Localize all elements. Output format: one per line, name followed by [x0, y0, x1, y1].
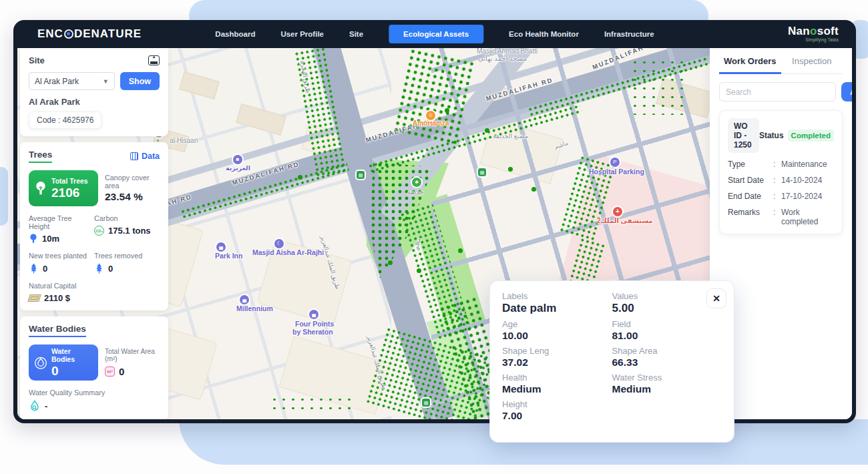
status-badge: Completed	[788, 130, 834, 142]
close-icon[interactable]: ✕	[706, 288, 726, 308]
data-link-label: Data	[142, 152, 160, 161]
transit-icon[interactable]: ▤	[422, 399, 430, 407]
field-name: Health	[502, 373, 612, 383]
add-button[interactable]: Add	[841, 82, 852, 101]
field-name: Field	[612, 319, 722, 329]
nanosoft-logo: Nanosoft Simplifying Tasks	[788, 25, 839, 43]
total-trees-card: Total Trees 2106	[29, 170, 98, 206]
poi-label: by Sheraton	[292, 328, 333, 336]
field-value: Medium	[502, 383, 612, 395]
park-tree-icon[interactable]: ♣	[412, 178, 421, 187]
popup-values-column: Values 5.00 Field 81.00 Shape Area 66.33…	[612, 291, 722, 426]
nav-item-infrastructure[interactable]: Infrastructure	[604, 30, 654, 38]
field-value: 37.02	[502, 357, 612, 369]
water-drop-icon	[34, 355, 47, 370]
poi-label: Hospital Parking	[589, 168, 644, 176]
field-name: Height	[502, 399, 612, 409]
water-title: Water Bodies	[29, 324, 86, 337]
metro-station-label: العزيزية	[226, 164, 250, 172]
field-value: 7.00	[502, 410, 612, 422]
water-area-label: Total Water Area (m²)	[105, 348, 160, 363]
trees-panel: Trees Data Total Trees 2106	[20, 142, 168, 310]
map-tree	[508, 167, 513, 172]
nav-item-dashboard[interactable]: Dashboard	[215, 30, 255, 38]
row-label: Type	[728, 160, 773, 169]
panel-collapse-icon[interactable]	[148, 55, 160, 65]
hotel-bed-icon[interactable]: ▄	[216, 242, 226, 252]
planted-value: 0	[43, 264, 47, 274]
water-card-label: Water Bodies	[51, 347, 93, 363]
mosque-crescent-icon[interactable]: ☾	[274, 239, 284, 248]
hotel-bed-icon[interactable]: ▄	[240, 295, 249, 304]
map-tree	[388, 260, 393, 265]
field-value: 66.33	[612, 357, 722, 369]
work-order-row: Type : Maintenance	[728, 160, 834, 169]
hotel-bed-icon[interactable]: ▄	[309, 310, 318, 319]
work-order-row: Remarks : Work completed	[728, 208, 834, 226]
encodenature-logo: ENC DENATURE	[37, 27, 142, 41]
hospital-cross-icon[interactable]: +	[613, 207, 622, 216]
removed-value: 0	[108, 264, 113, 274]
water-quality-value: -	[45, 401, 47, 411]
total-trees-value: 2106	[51, 186, 88, 200]
field-name: Shape Area	[612, 346, 722, 356]
planted-tree-icon	[29, 263, 39, 274]
data-link[interactable]: Data	[130, 152, 160, 161]
row-value: 14-10-2024	[781, 176, 822, 185]
row-value: Work completed	[781, 208, 834, 226]
row-separator: :	[773, 208, 781, 226]
water-area-value: 0	[119, 366, 124, 377]
nav-item-ecological-assets[interactable]: Ecological Assets	[389, 25, 483, 43]
canopy-value: 23.54 %	[105, 191, 160, 203]
poi-label: Millennium	[236, 304, 273, 312]
field-name: Values	[612, 291, 722, 301]
field-name: Labels	[502, 291, 612, 301]
parking-icon[interactable]: P	[610, 158, 620, 167]
chevron-down-icon: ▼	[103, 78, 109, 85]
nav-item-user-profile[interactable]: User Profile	[280, 30, 324, 38]
restaurant-icon[interactable]: ☺	[426, 111, 435, 120]
show-button[interactable]: Show	[120, 72, 160, 90]
canopy-label: Canopy cover area	[105, 174, 160, 190]
transit-icon[interactable]: ▤	[357, 171, 365, 179]
panel-tabs: Work Orders Inspection	[719, 56, 843, 74]
site-name: Al Arak Park	[29, 97, 160, 107]
brand-post: soft	[817, 25, 839, 37]
brand-tagline: Simplifying Tasks	[788, 38, 839, 43]
planted-label: New trees planted	[29, 252, 94, 260]
metro-station-icon[interactable]: ■	[233, 155, 242, 164]
poi-label: Four Points	[295, 320, 334, 328]
poi-label: al-Hisaan	[170, 137, 198, 144]
capital-label: Natural Capital	[29, 282, 160, 290]
site-panel: Site Al Arak Park ▼ Show Al Arak Park Co…	[20, 48, 168, 136]
work-order-row: End Date : 17-10-2024	[728, 192, 834, 201]
brand-o: o	[810, 25, 817, 37]
nav-menu: Dashboard User Profile Site Ecological A…	[215, 25, 654, 43]
site-select[interactable]: Al Arak Park ▼	[29, 72, 115, 90]
trees-title: Trees	[29, 150, 52, 163]
nav-item-site[interactable]: Site	[349, 30, 363, 38]
map-tree	[458, 248, 463, 253]
removed-tree-icon	[94, 263, 104, 274]
site-select-value: Al Arak Park	[35, 77, 79, 86]
poi-label: Masjid Aisha Ar-Rajhi	[252, 248, 324, 256]
decor-blob-left	[0, 167, 8, 226]
tab-work-orders[interactable]: Work Orders	[719, 56, 781, 74]
poi-label: Masjid Ahmad Bhatti	[477, 48, 537, 55]
brand-pre: Nan	[788, 25, 810, 37]
tree-height-icon	[29, 234, 38, 244]
nav-item-eco-health-monitor[interactable]: Eco Health Monitor	[509, 30, 579, 38]
field-value: Date palm	[502, 302, 612, 315]
avg-height-label: Average Tree Height	[29, 214, 94, 230]
map-tree	[298, 175, 302, 180]
site-panel-title: Site	[29, 55, 45, 65]
map-tree	[417, 268, 421, 273]
transit-icon[interactable]: ▤	[478, 168, 486, 176]
table-grid-icon	[130, 152, 138, 160]
natural-capital-icon	[27, 294, 41, 302]
left-sidebar: Site Al Arak Park ▼ Show Al Arak Park Co…	[20, 48, 168, 419]
search-input[interactable]	[719, 82, 836, 101]
tab-inspection[interactable]: Inspection	[781, 56, 843, 73]
work-order-card[interactable]: WO ID - 1250 Status Completed Type : Mai…	[719, 110, 843, 234]
map-tree-cluster	[270, 395, 357, 415]
